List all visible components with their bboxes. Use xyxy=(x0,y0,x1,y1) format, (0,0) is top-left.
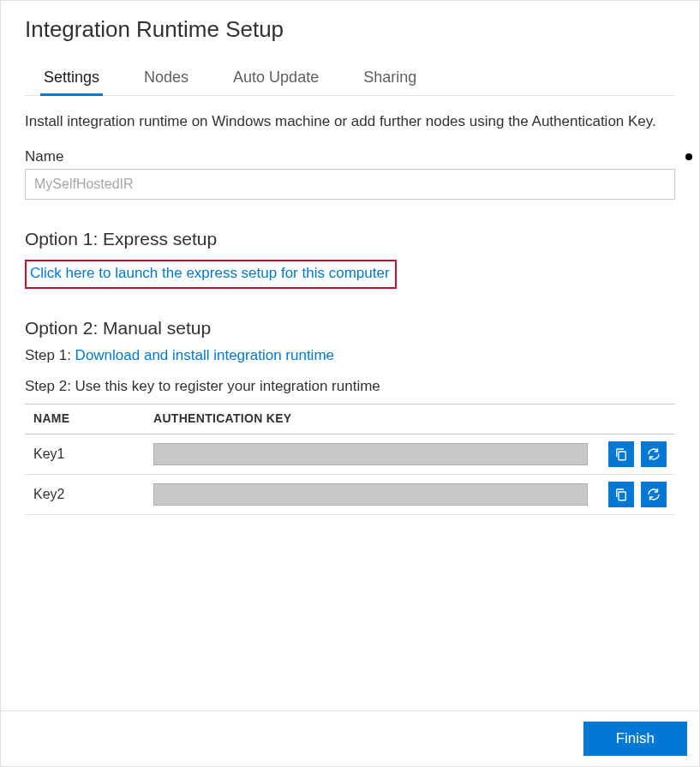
tab-settings[interactable]: Settings xyxy=(42,63,101,95)
intro-text: Install integration runtime on Windows m… xyxy=(25,111,675,133)
name-label: Name xyxy=(25,148,63,165)
step2-text: Step 2: Use this key to register your in… xyxy=(25,378,380,394)
table-row: Key2 xyxy=(25,474,675,514)
refresh-icon[interactable] xyxy=(641,441,667,467)
svg-rect-0 xyxy=(619,452,625,460)
col-name-header: NAME xyxy=(25,404,145,434)
key2-name: Key2 xyxy=(25,474,145,514)
express-link-highlight: Click here to launch the express setup f… xyxy=(25,260,397,289)
finish-button[interactable]: Finish xyxy=(583,722,687,756)
step1-label: Step 1: xyxy=(25,347,71,363)
tab-sharing[interactable]: Sharing xyxy=(362,63,418,95)
express-setup-link[interactable]: Click here to launch the express setup f… xyxy=(30,265,390,281)
auth-key-table: NAME AUTHENTICATION KEY Key1 Key xyxy=(25,404,675,515)
refresh-icon[interactable] xyxy=(641,482,667,507)
info-icon[interactable] xyxy=(685,153,692,160)
copy-icon[interactable] xyxy=(608,441,634,467)
page-title: Integration Runtime Setup xyxy=(25,16,675,43)
key2-value-masked[interactable] xyxy=(153,483,588,506)
footer: Finish xyxy=(1,710,699,766)
option1-heading: Option 1: Express setup xyxy=(25,229,675,249)
key1-name: Key1 xyxy=(25,434,145,474)
copy-icon[interactable] xyxy=(608,482,634,507)
tab-nodes[interactable]: Nodes xyxy=(142,63,190,95)
tab-auto-update[interactable]: Auto Update xyxy=(231,63,320,95)
tab-bar: Settings Nodes Auto Update Sharing xyxy=(25,63,675,96)
table-row: Key1 xyxy=(25,434,675,474)
svg-rect-1 xyxy=(619,492,625,500)
name-input[interactable] xyxy=(25,169,675,200)
download-runtime-link[interactable]: Download and install integration runtime xyxy=(75,347,334,363)
key1-value-masked[interactable] xyxy=(153,443,588,465)
col-auth-header: AUTHENTICATION KEY xyxy=(145,404,596,434)
option2-heading: Option 2: Manual setup xyxy=(25,318,675,339)
